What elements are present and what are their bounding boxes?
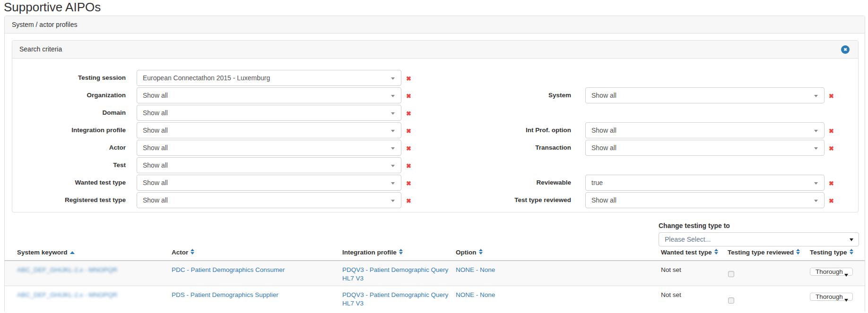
field-label: Test type reviewed bbox=[458, 192, 571, 208]
select-value: Show all bbox=[143, 109, 168, 117]
change-testing-type-select[interactable]: Please Select... bbox=[659, 232, 859, 246]
integration-profile-link[interactable]: PDQV3 - Patient Demographic Query HL7 V3 bbox=[342, 266, 451, 283]
col-header-label: Testing type bbox=[810, 249, 847, 256]
chevron-down-icon bbox=[391, 130, 395, 132]
registered-test-type-select[interactable]: Show all bbox=[137, 192, 401, 208]
select-value: Thorough bbox=[816, 268, 843, 275]
system-select[interactable]: Show all bbox=[585, 87, 825, 103]
transaction-select[interactable]: Show all bbox=[585, 140, 825, 156]
col-header-wanted-test-type[interactable]: Wanted test type bbox=[661, 249, 719, 256]
chevron-down-icon bbox=[391, 95, 395, 97]
wanted-test-type-value: Not set bbox=[661, 291, 718, 299]
testing-type-select[interactable]: Thorough bbox=[810, 293, 853, 301]
field-label: Test bbox=[12, 157, 126, 173]
col-header-integration-profile[interactable]: Integration profile bbox=[342, 249, 403, 256]
col-header-actor[interactable]: Actor bbox=[172, 249, 195, 256]
int-prof-option-select[interactable]: Show all bbox=[585, 122, 825, 138]
panel-title: System / actor profiles bbox=[12, 21, 78, 28]
organization-select[interactable]: Show all bbox=[137, 87, 401, 103]
chevron-down-icon bbox=[391, 112, 395, 115]
clear-filter-icon[interactable] bbox=[406, 179, 414, 186]
clear-filter-icon[interactable] bbox=[406, 109, 414, 117]
select-value: Show all bbox=[143, 196, 168, 204]
select-value: Show all bbox=[143, 92, 168, 99]
page: Supportive AIPOs System / actor profiles… bbox=[0, 0, 868, 313]
close-circle-icon[interactable] bbox=[841, 45, 850, 54]
field-label: Transaction bbox=[458, 140, 571, 156]
testing-type-reviewed-checkbox[interactable] bbox=[728, 271, 734, 277]
select-value: Show all bbox=[143, 127, 168, 134]
field-label: Testing session bbox=[12, 70, 126, 86]
search-criteria-title: Search criteria bbox=[19, 45, 62, 53]
select-value: Show all bbox=[143, 144, 168, 152]
system-keyword-link-redacted[interactable]: ABC_DEF_GHIJKL-2.x - MNOPQR bbox=[17, 266, 159, 274]
search-criteria-header: Search criteria bbox=[12, 41, 858, 59]
caret-down-icon bbox=[844, 274, 848, 276]
chevron-down-icon bbox=[391, 147, 395, 150]
select-value: true bbox=[591, 179, 603, 186]
table-row: ABC_DEF_GHIJKL-2.x - MNOPQR PDS - Patien… bbox=[5, 286, 865, 313]
testing-session-select[interactable]: European Connectathon 2015 - Luxemburg bbox=[137, 70, 401, 86]
chevron-down-icon bbox=[814, 95, 818, 97]
col-header-label: Testing type reviewed bbox=[728, 249, 794, 256]
sort-icon bbox=[714, 249, 719, 255]
table-row: ABC_DEF_GHIJKL-2.x - MNOPQR PDC - Patien… bbox=[5, 261, 865, 286]
system-keyword-link-redacted[interactable]: ABC_DEF_GHIJKL-2.x - MNOPQR bbox=[17, 291, 159, 299]
reviewable-select[interactable]: true bbox=[585, 175, 825, 191]
integration-profile-link[interactable]: PDQV3 - Patient Demographic Query HL7 V3 bbox=[342, 291, 451, 308]
sort-icon bbox=[399, 249, 403, 255]
field-label: Int Prof. option bbox=[458, 122, 571, 138]
caret-down-icon bbox=[850, 238, 853, 241]
col-header-option[interactable]: Option bbox=[456, 249, 483, 256]
caret-down-icon bbox=[844, 299, 848, 301]
select-value: Please Select... bbox=[665, 236, 711, 243]
sort-icon bbox=[191, 249, 195, 255]
domain-select[interactable]: Show all bbox=[137, 105, 401, 121]
redacted-text: ABC_DEF_GHIJKL-2.x - MNOPQR bbox=[17, 266, 117, 273]
field-label: System bbox=[458, 87, 571, 103]
clear-filter-icon[interactable] bbox=[406, 196, 414, 204]
clear-filter-icon[interactable] bbox=[406, 161, 414, 169]
option-link[interactable]: NONE - None bbox=[456, 291, 550, 299]
col-header-system-keyword[interactable]: System keyword bbox=[17, 249, 75, 256]
col-header-label: System keyword bbox=[17, 249, 68, 256]
clear-filter-icon[interactable] bbox=[829, 127, 836, 134]
integration-profile-select[interactable]: Show all bbox=[137, 122, 401, 138]
clear-filter-icon[interactable] bbox=[406, 144, 414, 152]
col-header-testing-type[interactable]: Testing type bbox=[810, 249, 854, 256]
clear-filter-icon[interactable] bbox=[406, 127, 414, 134]
clear-filter-icon[interactable] bbox=[829, 179, 836, 186]
field-label: Reviewable bbox=[458, 175, 571, 191]
test-type-reviewed-select[interactable]: Show all bbox=[585, 192, 825, 208]
col-header-testing-type-reviewed[interactable]: Testing type reviewed bbox=[728, 249, 800, 256]
testing-type-reviewed-checkbox[interactable] bbox=[728, 297, 734, 304]
select-value: Show all bbox=[143, 161, 168, 169]
chevron-down-icon bbox=[391, 165, 395, 167]
field-label: Wanted test type bbox=[12, 175, 126, 191]
clear-filter-icon[interactable] bbox=[406, 74, 414, 82]
test-select[interactable]: Show all bbox=[137, 157, 401, 173]
col-header-label: Wanted test type bbox=[661, 249, 712, 256]
clear-filter-icon[interactable] bbox=[829, 196, 836, 204]
select-value: European Connectathon 2015 - Luxemburg bbox=[143, 74, 270, 82]
wanted-test-type-value: Not set bbox=[661, 266, 718, 274]
testing-type-select[interactable]: Thorough bbox=[810, 268, 853, 276]
clear-filter-icon[interactable] bbox=[829, 92, 836, 99]
clear-filter-icon[interactable] bbox=[829, 144, 836, 152]
chevron-down-icon bbox=[814, 200, 818, 202]
sort-icon bbox=[479, 249, 483, 255]
actor-link[interactable]: PDC - Patient Demographics Consumer bbox=[172, 266, 309, 274]
option-link[interactable]: NONE - None bbox=[456, 266, 550, 274]
chevron-down-icon bbox=[391, 77, 395, 80]
chevron-down-icon bbox=[814, 130, 818, 132]
clear-filter-icon[interactable] bbox=[406, 92, 414, 99]
wanted-test-type-select[interactable]: Show all bbox=[137, 175, 401, 191]
actor-link[interactable]: PDS - Patient Demographics Supplier bbox=[172, 291, 309, 299]
change-testing-type-label: Change testing type to bbox=[659, 222, 730, 229]
actor-select[interactable]: Show all bbox=[137, 140, 401, 156]
select-value: Show all bbox=[591, 127, 616, 134]
select-value: Thorough bbox=[816, 293, 843, 300]
select-value: Show all bbox=[591, 144, 616, 152]
select-value: Show all bbox=[143, 179, 168, 186]
col-header-label: Integration profile bbox=[342, 249, 397, 256]
